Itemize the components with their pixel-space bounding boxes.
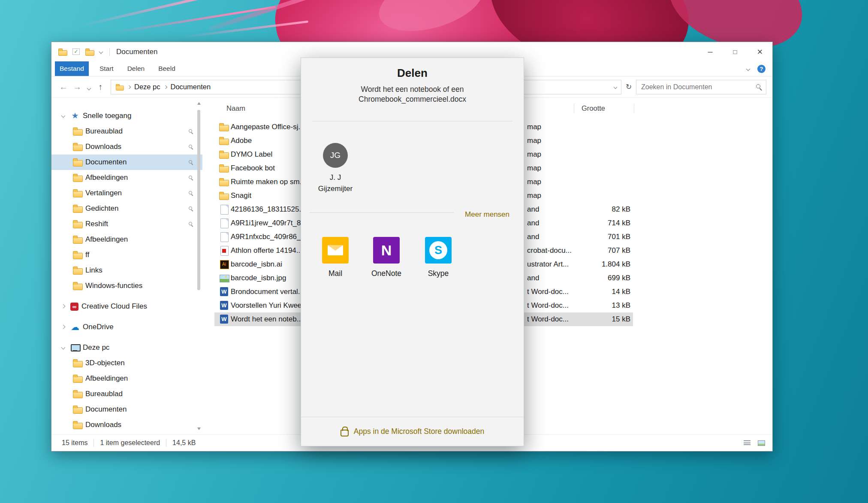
search-input[interactable] [636,80,766,94]
chevron-down-icon[interactable] [61,345,66,350]
file-name: Ruimte maken op sm... [231,178,306,186]
mail-icon[interactable] [322,237,349,264]
file-name: Snagit [231,191,251,200]
minimize-button[interactable]: – [698,42,723,61]
sidebar-item-onedrive[interactable]: ☁OneDrive [51,319,202,335]
details-view-button[interactable] [741,438,753,448]
sidebar-item-label: 3D-objecten [85,359,125,367]
store-link-row[interactable]: Apps in de Microsoft Store downloaden [301,417,524,446]
image-icon [219,273,230,283]
file-size: 707 kB [575,246,630,255]
status-selected-size: 14,5 kB [172,439,196,447]
sidebar-item-bureaublad[interactable]: Bureaublad [51,124,202,139]
share-target-skype[interactable]: S Skype [413,237,464,278]
share-contact[interactable]: JG J. J Gijzemijter [310,143,361,194]
close-button[interactable]: × [747,42,772,61]
pc-icon [70,343,80,352]
sidebar-item-afbeeldingen[interactable]: Afbeeldingen [51,371,202,386]
file-size: 15 kB [575,315,630,324]
address-dropdown-chevron-icon[interactable] [614,85,617,88]
forward-button[interactable]: → [70,82,84,92]
new-folder-icon[interactable] [85,48,94,55]
window-title: Documenten [116,48,157,56]
pin-icon [188,160,194,165]
onenote-icon[interactable]: N [373,237,400,264]
properties-check-icon[interactable]: ✓ [72,48,80,55]
word-icon [219,287,230,297]
share-target-mail[interactable]: Mail [310,237,361,278]
sidebar-item-label: Vertalingen [85,189,122,197]
up-button[interactable]: ↑ [93,82,107,92]
tab-start[interactable]: Start [93,61,121,76]
documents-folder-icon [73,158,82,167]
sidebar-item-downloads[interactable]: Downloads [51,139,202,155]
contact-name-line1: J. J [310,172,361,183]
thumbnails-view-button[interactable] [756,438,767,448]
sidebar-item-bureaublad[interactable]: Bureaublad [51,386,202,402]
breadcrumb-documenten[interactable]: Documenten [171,83,211,91]
sidebar-item-ff[interactable]: ff [51,247,202,263]
contact-avatar[interactable]: JG [323,143,348,168]
column-header-naam[interactable]: Naam [226,104,245,112]
wallpaper-stem [110,6,276,34]
sidebar-item-label: Bureaublad [85,127,123,136]
sidebar-item-deze-pc[interactable]: Deze pc [51,340,202,355]
tab-bestand[interactable]: Bestand [55,61,89,76]
customize-toolbar-chevron-icon[interactable] [99,50,103,54]
search-icon[interactable] [756,84,760,88]
sidebar-item-gedichten[interactable]: Gedichten [51,201,202,216]
expand-ribbon-chevron-icon[interactable] [746,67,750,71]
sidebar-item-creative-cloud-files[interactable]: ∞Creative Cloud Files [51,299,202,314]
chevron-right-icon[interactable] [61,325,66,329]
file-type-fragment: t Word-doc... [527,315,569,324]
back-button[interactable]: ← [57,82,70,92]
recent-locations-chevron-icon[interactable] [84,82,93,92]
column-header-grootte[interactable]: Grootte [582,104,605,112]
breadcrumb-chevron-icon[interactable] [163,85,167,88]
sidebar-item-windows-functies[interactable]: Windows-functies [51,278,202,294]
file-size: 14 kB [575,288,630,296]
breadcrumb-chevron-icon[interactable] [127,85,131,88]
share-target-onenote[interactable]: N OneNote [361,237,412,278]
sidebar-item-documenten[interactable]: Documenten [51,402,202,417]
file-name: Athlon offerte 14194... [231,246,302,255]
more-people-link[interactable]: Meer mensen [465,210,509,219]
share-app-label: OneNote [361,269,412,278]
sidebar-item-snelle-toegang[interactable]: ★Snelle toegang [51,108,202,124]
column-separator[interactable] [634,104,634,113]
sidebar-item-links[interactable]: Links [51,263,202,278]
sidebar-item-afbeeldingen[interactable]: Afbeeldingen [51,232,202,247]
sidebar-item-3d-objecten[interactable]: 3D-objecten [51,355,202,371]
chevron-right-icon[interactable] [61,304,66,309]
sidebar-scrollbar[interactable] [196,102,202,430]
file-icon [219,218,230,228]
skype-icon[interactable]: S [425,237,452,264]
desktop-folder-icon [73,390,82,398]
sidebar-item-documenten[interactable]: Documenten [51,155,202,170]
folder-icon [219,122,230,132]
search-box [636,80,766,94]
sidebar-item-reshift[interactable]: Reshift [51,216,202,232]
tab-beeld[interactable]: Beeld [151,61,182,76]
chevron-down-icon[interactable] [61,114,66,118]
skype-letter: S [434,244,442,257]
sidebar-item-afbeeldingen[interactable]: Afbeeldingen [51,170,202,185]
view-toggles [741,438,767,448]
scroll-up-icon[interactable] [197,102,201,105]
scroll-down-icon[interactable] [197,427,201,430]
sidebar-item-label: Downloads [85,421,121,429]
refresh-button[interactable]: ↻ [621,82,636,91]
pdf-icon [219,246,230,255]
sidebar-item-vertalingen[interactable]: Vertalingen [51,185,202,201]
tab-delen[interactable]: Delen [121,61,152,76]
sidebar-item-downloads[interactable]: Downloads [51,417,202,433]
column-separator[interactable] [574,104,574,113]
status-separator [93,439,94,447]
breadcrumb-deze-pc[interactable]: Deze pc [134,83,160,91]
desktop-wallpaper: ✓ Documenten – □ × Bestand Start Delen B… [0,0,868,503]
scrollbar-thumb[interactable] [197,110,200,290]
quick-access-toolbar: ✓ [58,48,111,56]
file-type-fragment: and [527,219,539,227]
help-icon[interactable]: ? [757,65,766,73]
maximize-button[interactable]: □ [723,42,747,61]
